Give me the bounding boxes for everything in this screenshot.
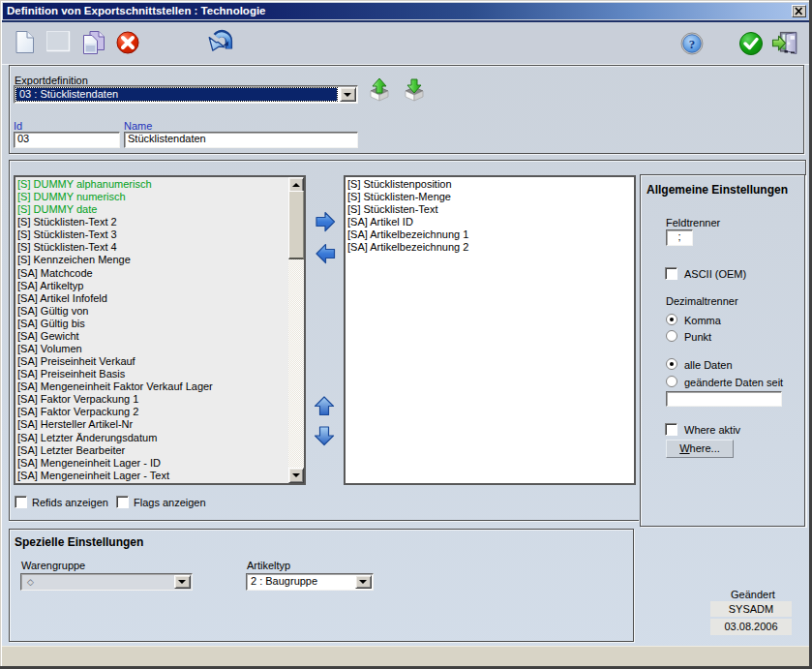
- svg-text:?: ?: [689, 37, 696, 51]
